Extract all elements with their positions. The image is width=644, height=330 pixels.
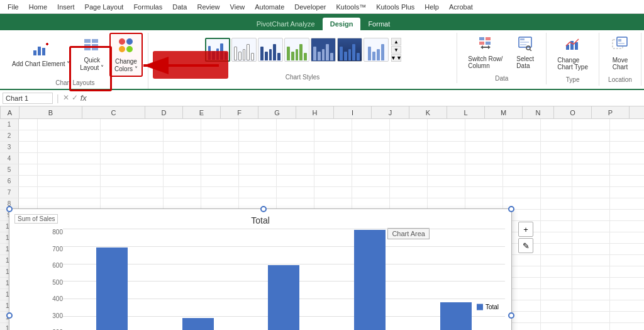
select-data-button[interactable]: SelectData — [509, 33, 541, 72]
cell-I5[interactable] — [352, 164, 390, 176]
cell-N16[interactable] — [541, 289, 572, 300]
cell-M2[interactable] — [503, 130, 541, 142]
cell-D7[interactable] — [164, 187, 201, 198]
menu-item-formulas[interactable]: Formulas — [128, 2, 167, 12]
handle-mid-right[interactable] — [508, 312, 514, 319]
cell-K4[interactable] — [428, 153, 465, 164]
tab-format[interactable]: Format — [360, 18, 397, 30]
cell-O3[interactable] — [572, 142, 610, 153]
cell-P2[interactable] — [610, 130, 644, 142]
handle-mid-left[interactable] — [6, 312, 13, 319]
cell-E3[interactable] — [201, 142, 239, 153]
formula-input[interactable] — [89, 93, 641, 103]
cell-P5[interactable] — [610, 164, 644, 176]
cell-N10[interactable] — [541, 221, 572, 232]
cell-G3[interactable] — [277, 142, 314, 153]
cell-N3[interactable] — [541, 142, 572, 153]
cell-D4[interactable] — [164, 153, 201, 164]
name-box[interactable] — [3, 93, 53, 104]
cell-N14[interactable] — [541, 266, 572, 278]
chart-style-4[interactable] — [284, 38, 309, 62]
cancel-icon[interactable]: ✓ — [72, 93, 78, 103]
cell-P16[interactable] — [610, 289, 644, 300]
cell-M1[interactable] — [503, 119, 541, 130]
menu-item-help[interactable]: Help — [419, 2, 444, 12]
cell-E5[interactable] — [201, 164, 239, 176]
cell-C1[interactable] — [101, 119, 164, 130]
cell-P3[interactable] — [610, 142, 644, 153]
cell-N7[interactable] — [541, 187, 572, 198]
menu-item-page-layout[interactable]: Page Layout — [80, 2, 129, 12]
cell-N9[interactable] — [541, 210, 572, 221]
cell-B3[interactable] — [38, 142, 101, 153]
cell-L5[interactable] — [465, 164, 503, 176]
cell-O4[interactable] — [572, 153, 610, 164]
scroll-up-btn[interactable]: ▲ — [391, 38, 401, 45]
cell-O15[interactable] — [572, 278, 610, 289]
cell-P9[interactable] — [610, 210, 644, 221]
chart-style-6[interactable] — [337, 38, 362, 62]
cell-E7[interactable] — [201, 187, 239, 198]
cell-B7[interactable] — [38, 187, 101, 198]
cell-O9[interactable] — [572, 210, 610, 221]
cell-H6[interactable] — [314, 176, 352, 187]
cell-B2[interactable] — [38, 130, 101, 142]
cell-L2[interactable] — [465, 130, 503, 142]
cell-O2[interactable] — [572, 130, 610, 142]
change-chart-type-button[interactable]: ChangeChart Type — [552, 33, 594, 74]
menu-item-file[interactable]: File — [3, 2, 24, 12]
cell-I6[interactable] — [352, 176, 390, 187]
cell-M7[interactable] — [503, 187, 541, 198]
cell-N2[interactable] — [541, 130, 572, 142]
cell-O12[interactable] — [572, 244, 610, 255]
switch-row-column-button[interactable]: Switch Row/Column — [462, 33, 508, 72]
quick-layout-button[interactable]: QuickLayout ˅ — [75, 35, 108, 75]
cell-C4[interactable] — [101, 153, 164, 164]
cell-A3[interactable] — [19, 142, 38, 153]
cell-H2[interactable] — [314, 130, 352, 142]
cell-K5[interactable] — [428, 164, 465, 176]
cell-C2[interactable] — [101, 130, 164, 142]
scroll-down-btn[interactable]: ▼ — [391, 46, 401, 54]
cell-C6[interactable] — [101, 176, 164, 187]
cell-N4[interactable] — [541, 153, 572, 164]
cell-D5[interactable] — [164, 164, 201, 176]
menu-item-insert[interactable]: Insert — [52, 2, 80, 12]
cell-M5[interactable] — [503, 164, 541, 176]
chart-style-5[interactable] — [311, 38, 336, 62]
cell-A6[interactable] — [19, 176, 38, 187]
cell-K6[interactable] — [428, 176, 465, 187]
cell-J2[interactable] — [390, 130, 428, 142]
cell-L7[interactable] — [465, 187, 503, 198]
cell-L3[interactable] — [465, 142, 503, 153]
cell-P12[interactable] — [610, 244, 644, 255]
menu-item-data[interactable]: Data — [167, 2, 192, 12]
cell-F1[interactable] — [239, 119, 277, 130]
cell-N5[interactable] — [541, 164, 572, 176]
cell-C7[interactable] — [101, 187, 164, 198]
handle-top-right[interactable] — [508, 206, 514, 212]
cell-P1[interactable] — [610, 119, 644, 130]
cell-P7[interactable] — [610, 187, 644, 198]
cell-P8[interactable] — [610, 198, 644, 210]
cell-J4[interactable] — [390, 153, 428, 164]
chart-overlay[interactable]: Sum of Sales Total Chart Area 800 700 60… — [9, 208, 512, 330]
cell-A4[interactable] — [19, 153, 38, 164]
cell-N13[interactable] — [541, 255, 572, 266]
menu-item-home[interactable]: Home — [24, 2, 52, 12]
cell-K1[interactable] — [428, 119, 465, 130]
cell-F4[interactable] — [239, 153, 277, 164]
cell-K2[interactable] — [428, 130, 465, 142]
cell-D6[interactable] — [164, 176, 201, 187]
cell-G5[interactable] — [277, 164, 314, 176]
cell-J5[interactable] — [390, 164, 428, 176]
change-colors-button[interactable]: ChangeColors ˅ — [109, 33, 143, 77]
chart-style-2[interactable] — [231, 38, 257, 62]
cell-F7[interactable] — [239, 187, 277, 198]
cell-E1[interactable] — [201, 119, 239, 130]
cell-D3[interactable] — [164, 142, 201, 153]
cell-N12[interactable] — [541, 244, 572, 255]
cell-P13[interactable] — [610, 255, 644, 266]
cell-D2[interactable] — [164, 130, 201, 142]
cell-O7[interactable] — [572, 187, 610, 198]
